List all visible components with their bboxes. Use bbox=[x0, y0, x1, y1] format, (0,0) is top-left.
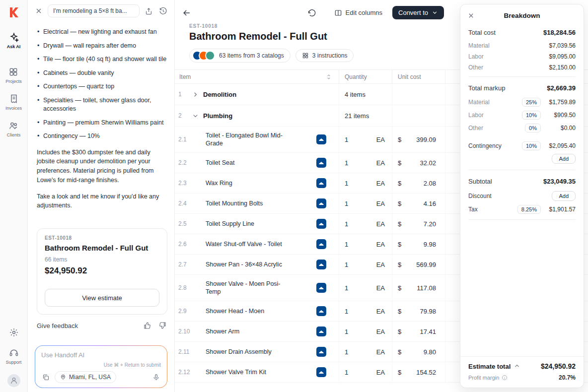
section-name[interactable]: Plumbing bbox=[203, 112, 232, 120]
quantity-value[interactable]: 1 bbox=[345, 369, 348, 376]
currency-symbol: $ bbox=[398, 261, 401, 268]
item-name[interactable]: Shower Valve Trim Kit bbox=[206, 368, 284, 376]
location-chip[interactable]: Miami, FL, USA bbox=[55, 371, 116, 383]
sidebar-item-support[interactable]: Support bbox=[3, 347, 25, 365]
item-name[interactable]: Water Shut-off Valve - Toilet bbox=[206, 240, 284, 248]
quantity-value[interactable]: 1 bbox=[345, 200, 348, 207]
row-number: 2 bbox=[175, 112, 192, 119]
unit-cost-value[interactable]: 7.20 bbox=[424, 220, 436, 228]
chevron-down-icon bbox=[432, 9, 438, 16]
sidebar-item-projects[interactable]: Projects bbox=[2, 66, 25, 84]
section-name[interactable]: Demolition bbox=[203, 91, 236, 98]
item-name[interactable]: Toilet Mounting Bolts bbox=[206, 199, 284, 207]
quantity-value[interactable]: 1 bbox=[345, 241, 348, 248]
back-button[interactable] bbox=[181, 7, 193, 19]
item-name[interactable]: Shower Arm bbox=[206, 327, 284, 335]
unit-cost-value[interactable]: 4.16 bbox=[424, 200, 436, 207]
item-name[interactable]: Shower Head - Moen bbox=[206, 307, 284, 315]
item-name[interactable]: Toilet Seat bbox=[206, 159, 284, 167]
item-name[interactable]: Wax Ring bbox=[206, 179, 284, 187]
sidebar-item-invoices[interactable]: Invoices bbox=[2, 93, 25, 111]
close-breakdown-button[interactable] bbox=[466, 11, 476, 20]
convert-to-button[interactable]: Convert to bbox=[392, 6, 444, 19]
item-name[interactable]: Shower Drain Assembly bbox=[206, 348, 284, 356]
quantity-value[interactable]: 1 bbox=[345, 284, 348, 292]
quantity-value[interactable]: 1 bbox=[345, 261, 348, 268]
view-estimate-button[interactable]: View estimate bbox=[45, 289, 159, 307]
discount-add-button[interactable]: Add bbox=[552, 191, 576, 201]
mic-icon bbox=[152, 374, 160, 381]
section-chevron-icon[interactable] bbox=[192, 112, 199, 120]
instructions-badge[interactable]: 3 instructions bbox=[295, 49, 354, 62]
headset-icon bbox=[9, 348, 19, 358]
item-name[interactable]: Toilet Supply Line bbox=[206, 220, 284, 228]
history-button[interactable] bbox=[158, 6, 168, 16]
quantity-value[interactable]: 1 bbox=[345, 308, 348, 315]
lowes-logo bbox=[316, 367, 326, 377]
markup-percent-input[interactable]: 0% bbox=[525, 124, 541, 132]
markup-percent-input[interactable]: 25% bbox=[522, 98, 541, 107]
conversation-title-pill[interactable]: I'm remodeling a 5×8 ft ba... bbox=[48, 4, 140, 17]
handoff-logo-icon bbox=[7, 6, 20, 19]
item-name[interactable]: Shower Pan - 36×48 Acrylic bbox=[206, 261, 284, 268]
templates-button[interactable] bbox=[41, 373, 51, 382]
quantity-value[interactable]: 1 bbox=[345, 136, 348, 143]
tax-percent-input[interactable]: 8.25% bbox=[517, 205, 541, 214]
lowes-logo bbox=[316, 198, 326, 208]
unit-label: EA bbox=[376, 180, 385, 187]
collapse-summary-button[interactable] bbox=[514, 363, 520, 370]
sidebar-item-clients[interactable]: Clients bbox=[4, 120, 24, 138]
quantity-value[interactable]: 1 bbox=[345, 220, 348, 228]
markup-percent-input[interactable]: 10% bbox=[522, 111, 541, 120]
unit-cost-value[interactable]: 117.08 bbox=[417, 284, 436, 292]
pin-icon bbox=[60, 374, 66, 380]
unit-cost-value[interactable]: 17.41 bbox=[420, 328, 436, 335]
user-avatar[interactable] bbox=[7, 374, 20, 387]
edit-columns-label: Edit columns bbox=[346, 9, 382, 16]
currency-symbol: $ bbox=[398, 136, 401, 143]
cost-sub-value: $2,150.00 bbox=[549, 64, 576, 71]
quantity-value[interactable]: 1 bbox=[345, 159, 348, 167]
close-icon bbox=[35, 7, 43, 15]
lowes-logo bbox=[316, 178, 326, 188]
thumbs-up-button[interactable] bbox=[143, 321, 152, 330]
unit-cost-value[interactable]: 79.98 bbox=[420, 308, 436, 315]
contingency-percent-input[interactable]: 10% bbox=[522, 141, 541, 150]
thumbs-down-button[interactable] bbox=[157, 321, 167, 330]
unit-cost-value[interactable]: 2.08 bbox=[424, 180, 436, 187]
voice-input-button[interactable] bbox=[151, 373, 161, 382]
sidebar-item-ask-ai[interactable]: Ask AI bbox=[4, 32, 24, 50]
catalogs-badge[interactable]: 63 items from 3 catalogs bbox=[189, 49, 291, 63]
unit-cost-value[interactable]: 9.80 bbox=[424, 348, 436, 356]
row-number: 2.7 bbox=[175, 261, 192, 268]
unit-cost-value[interactable]: 569.99 bbox=[416, 261, 436, 268]
contingency-row: Contingency 10% $2,095.40 bbox=[468, 139, 576, 152]
section-chevron-icon[interactable] bbox=[192, 91, 199, 98]
unit-cost-value[interactable]: 9.98 bbox=[424, 241, 436, 248]
contingency-add-button[interactable]: Add bbox=[552, 154, 576, 164]
unit-cost-value[interactable]: 154.52 bbox=[416, 369, 436, 376]
row-number: 2.8 bbox=[175, 284, 192, 291]
share-icon bbox=[145, 7, 153, 15]
edit-columns-button[interactable]: Edit columns bbox=[331, 7, 385, 19]
close-chat-button[interactable] bbox=[34, 6, 44, 16]
settings-button[interactable] bbox=[8, 327, 20, 338]
unit-cost-value[interactable]: 32.02 bbox=[420, 159, 436, 167]
quantity-value[interactable]: 1 bbox=[345, 348, 348, 356]
row-number: 2.9 bbox=[175, 308, 192, 315]
tax-row: Tax 8.25% $1,901.57 bbox=[468, 203, 576, 216]
chat-input-placeholder[interactable]: Use Handoff AI bbox=[41, 351, 161, 359]
quantity-value[interactable]: 1 bbox=[345, 328, 348, 335]
scope-bullet: Painting — premium Sherwin Williams pain… bbox=[37, 119, 167, 128]
expand-all-button[interactable] bbox=[324, 72, 333, 81]
row-number: 2.5 bbox=[175, 220, 192, 227]
undo-button[interactable] bbox=[306, 7, 317, 18]
info-icon[interactable] bbox=[502, 375, 508, 381]
item-name[interactable]: Shower Valve - Moen Posi-Temp bbox=[206, 280, 284, 296]
sidebar-bottom: Support bbox=[3, 327, 25, 387]
quantity-value[interactable]: 1 bbox=[345, 180, 348, 187]
item-name[interactable]: Toilet - Elongated Bowl Mid-Grade bbox=[206, 131, 284, 147]
share-button[interactable] bbox=[144, 6, 154, 16]
chat-input-box[interactable]: Use Handoff AI Use ⌘ + Return to submit … bbox=[35, 345, 167, 388]
unit-cost-value[interactable]: 399.09 bbox=[416, 136, 436, 143]
